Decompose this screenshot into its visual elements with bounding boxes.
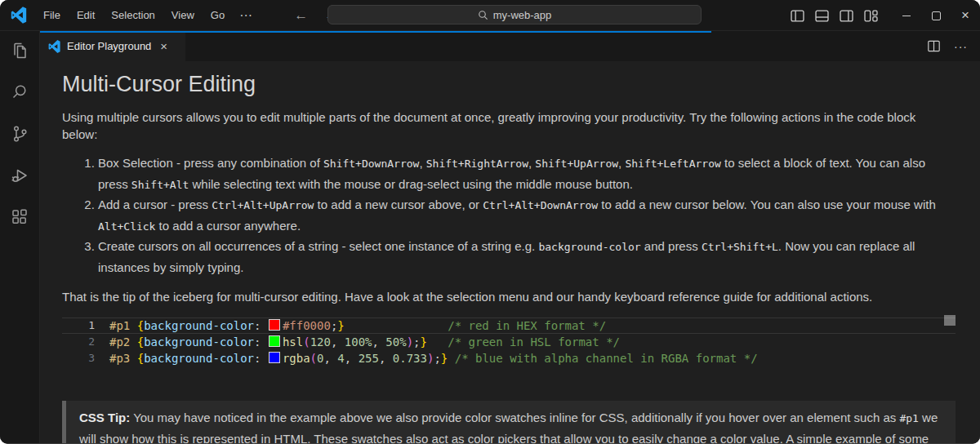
progress-bar xyxy=(40,31,711,33)
token-num: 50% xyxy=(385,335,406,349)
seg-text: Box Selection - press any combination of xyxy=(98,156,323,170)
list-item: Create cursors on all occurrences of a s… xyxy=(98,237,956,278)
vscode-logo-icon xyxy=(11,7,28,24)
toggle-sidebar-left-icon[interactable] xyxy=(790,8,805,24)
color-swatch[interactable] xyxy=(269,319,280,331)
menu-bar: FileEditSelectionViewGo xyxy=(36,6,232,24)
list-item: Box Selection - press any combination of… xyxy=(98,153,956,195)
token-punct: , xyxy=(379,352,393,365)
minimize-icon xyxy=(902,16,911,16)
action-list: Box Selection - press any combination of… xyxy=(62,153,956,278)
color-swatch[interactable] xyxy=(269,352,280,363)
token-comment: /* red in HEX format */ xyxy=(448,319,606,332)
token-sel: #p1 xyxy=(109,319,130,332)
token-punct: , xyxy=(323,352,337,365)
token-comment: /* blue with alpha channel in RGBA forma… xyxy=(455,352,758,365)
close-icon: × xyxy=(961,7,969,24)
seg-text: Add a cursor - press xyxy=(98,198,212,211)
token-val: #ff0000 xyxy=(283,319,331,332)
page-title: Multi-Cursor Editing xyxy=(62,72,956,97)
code-line[interactable]: 1#p1 {background-color: #ff0000;} /* red… xyxy=(62,317,956,334)
seg-text: while selecting text with the mouse or d… xyxy=(189,177,633,191)
seg-code: Shift+UpArrow xyxy=(535,158,618,170)
token-num: 4 xyxy=(337,352,344,365)
split-editor-icon[interactable] xyxy=(927,39,941,53)
token-num: 100% xyxy=(345,335,372,349)
explorer-icon[interactable] xyxy=(10,41,29,60)
code-text: #p1 {background-color: #ff0000;} /* red … xyxy=(95,317,606,334)
color-swatch[interactable] xyxy=(269,335,280,347)
seg-code: background-color xyxy=(538,241,640,253)
code-text: #p3 {background-color: rgba(0, 4, 255, 0… xyxy=(95,350,758,366)
seg-code: #p1 xyxy=(899,412,918,424)
token-brace: { xyxy=(137,335,144,349)
seg-text: to add a cursor anywhere. xyxy=(155,219,301,233)
seg-code: Shift+LeftArrow xyxy=(625,158,720,170)
token-brace: } xyxy=(441,352,448,365)
close-button[interactable]: × xyxy=(951,0,980,31)
token-num: 0.733 xyxy=(393,352,427,365)
token-plain xyxy=(345,319,448,332)
maximize-button[interactable] xyxy=(921,0,951,31)
token-punct: : xyxy=(254,352,268,365)
menu-selection[interactable]: Selection xyxy=(104,6,162,24)
seg-text: , xyxy=(419,156,425,170)
seg-bold: CSS Tip: xyxy=(79,411,130,424)
search-view-icon[interactable] xyxy=(10,82,29,102)
editor-group: Editor Playground × ··· Multi-Cursor Edi… xyxy=(40,31,980,443)
back-icon[interactable]: ← xyxy=(294,7,308,24)
seg-text: to add a new cursor below. You can also … xyxy=(598,198,936,211)
token-plain xyxy=(448,352,454,365)
tab-vscode-icon xyxy=(48,40,61,53)
tab-close-icon[interactable]: × xyxy=(160,40,167,52)
token-num: 255 xyxy=(359,352,379,365)
menu-go[interactable]: Go xyxy=(203,6,232,24)
seg-text: Using multiple cursors allows you to edi… xyxy=(62,110,915,141)
extensions-icon[interactable] xyxy=(10,207,29,227)
seg-text: to add a new cursor above, or xyxy=(314,198,483,211)
token-prop: background-color xyxy=(144,335,254,349)
token-plain xyxy=(130,352,136,365)
list-item: Add a cursor - press Ctrl+Alt+UpArrow to… xyxy=(98,195,956,237)
scrollbar-thumb[interactable] xyxy=(944,315,956,326)
more-actions-icon[interactable]: ··· xyxy=(954,40,968,53)
seg-text: That is the tip of the iceberg for multi… xyxy=(62,290,872,304)
editor-actions: ··· xyxy=(927,31,980,61)
run-debug-icon[interactable] xyxy=(10,166,29,185)
layout-controls xyxy=(790,8,879,24)
embedded-code-editor[interactable]: 1#p1 {background-color: #ff0000;} /* red… xyxy=(62,315,956,388)
source-control-icon[interactable] xyxy=(10,124,29,144)
seg-text: You may have noticed in the example abov… xyxy=(130,411,899,424)
token-brace: { xyxy=(137,352,144,365)
seg-code: Shift+DownArrow xyxy=(323,158,419,170)
more-menu-button[interactable]: ··· xyxy=(232,5,260,26)
line-number: 1 xyxy=(62,317,95,334)
token-punct: , xyxy=(331,335,345,349)
toggle-panel-bottom-icon[interactable] xyxy=(814,8,830,24)
menu-file[interactable]: File xyxy=(36,6,68,24)
maximize-icon xyxy=(932,11,941,20)
tab-editor-playground[interactable]: Editor Playground × xyxy=(40,31,185,61)
workbench: Editor Playground × ··· Multi-Cursor Edi… xyxy=(0,31,980,443)
menu-view[interactable]: View xyxy=(164,6,202,24)
minimize-button[interactable] xyxy=(892,0,921,31)
token-brace: { xyxy=(137,319,144,332)
menu-edit[interactable]: Edit xyxy=(69,6,102,24)
outro-paragraph: That is the tip of the iceberg for multi… xyxy=(62,288,952,305)
code-line[interactable]: 2#p2 {background-color: hsl(120, 100%, 5… xyxy=(62,334,956,350)
token-fn: hsl xyxy=(283,335,303,349)
seg-code: Ctrl+Shift+L xyxy=(702,241,778,253)
code-line[interactable]: 3#p3 {background-color: rgba(0, 4, 255, … xyxy=(62,350,956,366)
seg-text: and press xyxy=(641,239,702,253)
token-punct: ; xyxy=(413,335,420,349)
search-icon xyxy=(478,10,488,20)
token-plain xyxy=(130,319,136,332)
command-center-search[interactable]: my-web-app xyxy=(327,5,702,24)
editor-content: Multi-Cursor Editing Using multiple curs… xyxy=(40,61,980,443)
token-paren: ( xyxy=(310,352,317,365)
token-brace: } xyxy=(421,335,427,349)
tab-label: Editor Playground xyxy=(67,40,151,52)
seg-text: Create cursors on all occurrences of a s… xyxy=(98,239,538,253)
customize-layout-icon[interactable] xyxy=(863,8,879,24)
toggle-sidebar-right-icon[interactable] xyxy=(839,8,854,24)
